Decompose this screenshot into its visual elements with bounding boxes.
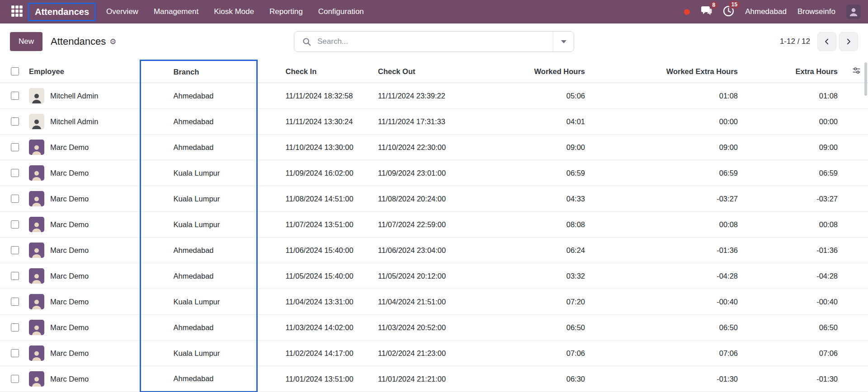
extra-hours-cell: 00:00 [749,109,845,135]
apps-menu-button[interactable] [7,2,26,21]
worked-extra-hours-cell: -01:30 [595,366,749,392]
worked-hours-cell: 08:08 [491,212,595,238]
app-name-attendances[interactable]: Attendances [28,3,96,21]
table-row[interactable]: Mitchell Admin Ahmedabad 11/11/2024 18:3… [0,83,868,109]
column-header-check-out[interactable]: Check Out [355,61,491,83]
employee-avatar [29,294,44,309]
worked-hours-cell: 07:20 [491,289,595,315]
new-button[interactable]: New [10,32,42,51]
activities-button[interactable]: 15 [723,5,734,19]
check-in-cell: 11/11/2024 13:30:24 [257,109,355,135]
table-row[interactable]: Marc Demo Kuala Lumpur 11/09/2024 16:02:… [0,160,868,186]
employee-avatar [29,268,44,284]
menu-kiosk-mode[interactable]: Kiosk Mode [206,0,262,23]
menu-overview[interactable]: Overview [99,0,146,23]
check-in-cell: 11/03/2024 14:02:00 [257,315,355,341]
check-in-cell: 11/05/2024 15:40:00 [257,263,355,289]
table-row[interactable]: Marc Demo Kuala Lumpur 11/08/2024 14:51:… [0,186,868,212]
menu-management[interactable]: Management [146,0,206,23]
row-checkbox[interactable] [11,143,19,151]
extra-hours-cell: 01:08 [749,83,845,109]
row-checkbox[interactable] [11,117,19,126]
extra-hours-cell: -01:30 [749,366,845,392]
menu-reporting[interactable]: Reporting [262,0,311,23]
check-out-cell: 11/08/2024 20:24:00 [355,186,491,212]
row-checkbox[interactable] [11,246,19,254]
select-all-checkbox[interactable] [11,67,19,75]
table-row[interactable]: Marc Demo Kuala Lumpur 11/02/2024 14:17:… [0,341,868,366]
row-checkbox[interactable] [11,349,19,357]
worked-extra-hours-cell: 00:00 [595,109,749,135]
table-row[interactable]: Marc Demo Ahmedabad 11/05/2024 15:40:00 … [0,263,868,289]
table-row[interactable]: Mitchell Admin Ahmedabad 11/11/2024 13:3… [0,109,868,135]
column-header-branch[interactable]: Branch [140,61,257,83]
table-row[interactable]: Marc Demo Ahmedabad 11/06/2024 15:40:00 … [0,238,868,263]
branch-cell: Ahmedabad [140,315,257,341]
search-dropdown-toggle[interactable] [553,32,574,51]
table-row[interactable]: Marc Demo Kuala Lumpur 11/04/2024 13:31:… [0,289,868,315]
row-checkbox[interactable] [11,323,19,331]
table-row[interactable]: Marc Demo Ahmedabad 11/10/2024 13:30:00 … [0,135,868,160]
row-checkbox[interactable] [11,92,19,100]
worked-extra-hours-cell: -01:36 [595,238,749,263]
employee-avatar [29,88,44,103]
worked-extra-hours-cell: 07:06 [595,341,749,366]
check-in-cell: 11/11/2024 18:32:58 [257,83,355,109]
worked-extra-hours-cell: -03:27 [595,186,749,212]
pager-range: 1-12 / 12 [780,37,810,46]
check-in-cell: 11/02/2024 14:17:00 [257,341,355,366]
column-header-extra-hours[interactable]: Extra Hours [749,61,845,83]
row-checkbox[interactable] [11,220,19,229]
worked-hours-cell: 06:24 [491,238,595,263]
worked-hours-cell: 06:30 [491,366,595,392]
table-row[interactable]: Marc Demo Ahmedabad 11/01/2024 13:51:00 … [0,366,868,392]
row-checkbox[interactable] [11,169,19,177]
row-checkbox[interactable] [11,298,19,306]
pager-previous-button[interactable] [817,32,836,51]
check-out-cell: 11/02/2024 21:23:00 [355,341,491,366]
view-settings-gear-icon[interactable]: ⚙ [109,37,116,47]
menu-configuration[interactable]: Configuration [311,0,372,23]
employee-avatar [29,140,44,155]
column-header-check-in[interactable]: Check In [257,61,355,83]
check-out-cell: 11/03/2024 20:52:00 [355,315,491,341]
table-row[interactable]: Marc Demo Kuala Lumpur 11/07/2024 13:51:… [0,212,868,238]
vertical-scrollbar[interactable] [864,62,867,96]
extra-hours-cell: 06:59 [749,160,845,186]
worked-extra-hours-cell: 00:08 [595,212,749,238]
pager-next-button[interactable] [839,32,858,51]
table-row[interactable]: Marc Demo Ahmedabad 11/03/2024 14:02:00 … [0,315,868,341]
messages-button[interactable]: 8 [701,6,712,18]
column-header-worked-hours[interactable]: Worked Hours [491,61,595,83]
worked-extra-hours-cell: 06:50 [595,315,749,341]
row-checkbox[interactable] [11,195,19,203]
column-header-worked-extra-hours[interactable]: Worked Extra Hours [595,61,749,83]
top-navbar: Attendances Overview Management Kiosk Mo… [0,0,868,23]
user-menu[interactable]: Browseinfo [797,7,835,16]
worked-hours-cell: 03:32 [491,263,595,289]
extra-hours-cell: 07:06 [749,341,845,366]
worked-extra-hours-cell: -04:28 [595,263,749,289]
check-out-cell: 11/10/2024 22:30:00 [355,135,491,160]
branch-cell: Ahmedabad [140,83,257,109]
user-avatar[interactable] [846,5,861,19]
employee-avatar [29,243,44,258]
branch-cell: Kuala Lumpur [140,160,257,186]
check-in-cell: 11/01/2024 13:51:00 [257,366,355,392]
page-title: Attendances [51,36,106,47]
check-in-cell: 11/07/2024 13:51:00 [257,212,355,238]
extra-hours-cell: 00:08 [749,212,845,238]
company-switcher[interactable]: Ahmedabad [745,7,787,16]
row-checkbox[interactable] [11,272,19,280]
column-header-employee[interactable]: Employee [23,61,140,83]
worked-hours-cell: 05:06 [491,83,595,109]
employee-name: Marc Demo [50,169,89,177]
search-input[interactable] [316,37,553,47]
search-bar [294,31,574,52]
employee-avatar [29,371,44,387]
row-checkbox[interactable] [11,375,19,383]
employee-avatar [29,217,44,232]
attendance-list: Employee Branch Check In Check Out Worke… [0,60,868,392]
employee-name: Marc Demo [50,272,89,280]
check-in-cell: 11/08/2024 14:51:00 [257,186,355,212]
